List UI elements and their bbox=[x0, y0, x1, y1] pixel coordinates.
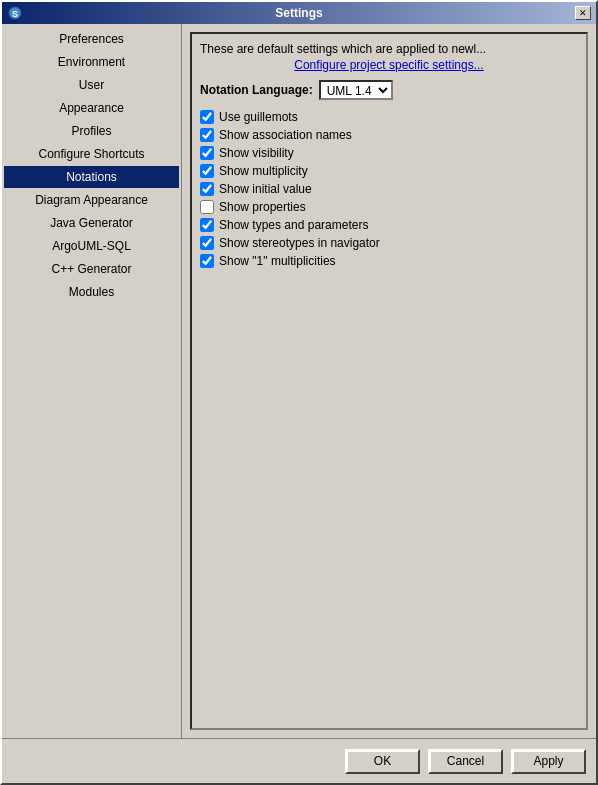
sidebar-item-notations[interactable]: Notations bbox=[4, 166, 179, 188]
configure-link[interactable]: Configure project specific settings... bbox=[200, 58, 578, 72]
checkbox-row-show-initial-value: Show initial value bbox=[200, 182, 578, 196]
sidebar-item-modules[interactable]: Modules bbox=[4, 281, 179, 303]
checkbox-row-show-visibility: Show visibility bbox=[200, 146, 578, 160]
checkbox-row-show-properties: Show properties bbox=[200, 200, 578, 214]
sidebar-item-appearance[interactable]: Appearance bbox=[4, 97, 179, 119]
notation-select[interactable]: UML 1.4UML 1.3UML 1.5 bbox=[319, 80, 393, 100]
checkbox-show-initial-value[interactable] bbox=[200, 182, 214, 196]
checkbox-label-show-multiplicity: Show multiplicity bbox=[219, 164, 308, 178]
checkbox-row-show-multiplicity: Show multiplicity bbox=[200, 164, 578, 178]
apply-button[interactable]: Apply bbox=[511, 749, 586, 774]
checkbox-label-show-visibility: Show visibility bbox=[219, 146, 294, 160]
sidebar-item-profiles[interactable]: Profiles bbox=[4, 120, 179, 142]
content-area: PreferencesEnvironmentUserAppearanceProf… bbox=[2, 24, 596, 738]
settings-window: S Settings ✕ PreferencesEnvironmentUserA… bbox=[0, 0, 598, 785]
checkbox-label-show-stereotypes-in-navigator: Show stereotypes in navigator bbox=[219, 236, 380, 250]
checkbox-label-show-properties: Show properties bbox=[219, 200, 306, 214]
checkbox-show-association-names[interactable] bbox=[200, 128, 214, 142]
checkbox-label-show-1-multiplicities: Show "1" multiplicities bbox=[219, 254, 336, 268]
main-panel: These are default settings which are app… bbox=[182, 24, 596, 738]
bottom-bar: OK Cancel Apply bbox=[2, 738, 596, 783]
checkbox-show-visibility[interactable] bbox=[200, 146, 214, 160]
sidebar-item-environment[interactable]: Environment bbox=[4, 51, 179, 73]
checkbox-row-use-guillemots: Use guillemots bbox=[200, 110, 578, 124]
checkbox-show-stereotypes-in-navigator[interactable] bbox=[200, 236, 214, 250]
title-bar: S Settings ✕ bbox=[2, 2, 596, 24]
sidebar-item-argouml-sql[interactable]: ArgoUML-SQL bbox=[4, 235, 179, 257]
close-button[interactable]: ✕ bbox=[575, 6, 591, 20]
checkbox-list: Use guillemotsShow association namesShow… bbox=[200, 108, 578, 270]
app-icon: S bbox=[7, 5, 23, 21]
sidebar: PreferencesEnvironmentUserAppearanceProf… bbox=[2, 24, 182, 738]
checkbox-label-show-types-and-parameters: Show types and parameters bbox=[219, 218, 368, 232]
info-text: These are default settings which are app… bbox=[200, 42, 578, 56]
checkbox-row-show-1-multiplicities: Show "1" multiplicities bbox=[200, 254, 578, 268]
checkbox-show-1-multiplicities[interactable] bbox=[200, 254, 214, 268]
checkbox-use-guillemots[interactable] bbox=[200, 110, 214, 124]
notation-label: Notation Language: bbox=[200, 83, 313, 97]
sidebar-item-user[interactable]: User bbox=[4, 74, 179, 96]
checkbox-label-show-initial-value: Show initial value bbox=[219, 182, 312, 196]
cancel-button[interactable]: Cancel bbox=[428, 749, 503, 774]
checkbox-label-show-association-names: Show association names bbox=[219, 128, 352, 142]
checkbox-row-show-association-names: Show association names bbox=[200, 128, 578, 142]
checkbox-show-multiplicity[interactable] bbox=[200, 164, 214, 178]
checkbox-show-properties[interactable] bbox=[200, 200, 214, 214]
sidebar-item-diagram-appearance[interactable]: Diagram Appearance bbox=[4, 189, 179, 211]
notation-row: Notation Language: UML 1.4UML 1.3UML 1.5 bbox=[200, 80, 578, 100]
sidebar-item-preferences[interactable]: Preferences bbox=[4, 28, 179, 50]
title-bar-controls: ✕ bbox=[575, 6, 591, 20]
sidebar-item-java-generator[interactable]: Java Generator bbox=[4, 212, 179, 234]
ok-button[interactable]: OK bbox=[345, 749, 420, 774]
svg-text:S: S bbox=[12, 9, 18, 19]
inner-panel: These are default settings which are app… bbox=[190, 32, 588, 730]
checkbox-show-types-and-parameters[interactable] bbox=[200, 218, 214, 232]
checkbox-label-use-guillemots: Use guillemots bbox=[219, 110, 298, 124]
checkbox-row-show-types-and-parameters: Show types and parameters bbox=[200, 218, 578, 232]
checkbox-row-show-stereotypes-in-navigator: Show stereotypes in navigator bbox=[200, 236, 578, 250]
window-title: Settings bbox=[23, 6, 575, 20]
sidebar-item-configure-shortcuts[interactable]: Configure Shortcuts bbox=[4, 143, 179, 165]
sidebar-item-cpp-generator[interactable]: C++ Generator bbox=[4, 258, 179, 280]
